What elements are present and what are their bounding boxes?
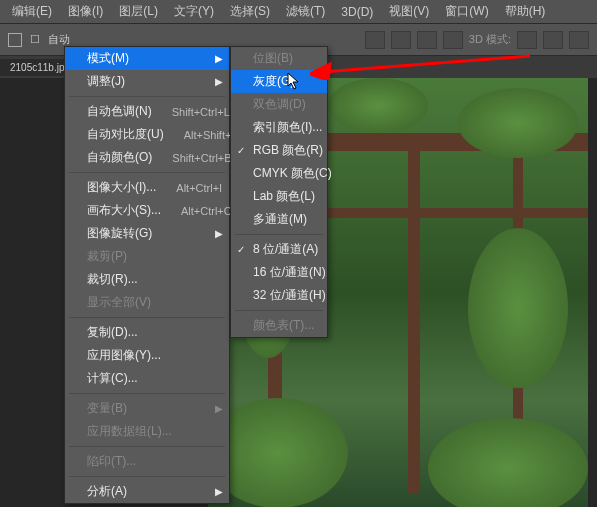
menu-auto-tone[interactable]: 自动色调(N) Shift+Ctrl+L bbox=[65, 100, 229, 123]
menu-separator bbox=[235, 310, 323, 311]
mode-duotone: 双色调(D) bbox=[231, 93, 327, 116]
submenu-arrow-icon: ▶ bbox=[215, 53, 223, 64]
menu-trap: 陷印(T)... bbox=[65, 450, 229, 473]
menu-mode[interactable]: 模式(M) ▶ bbox=[65, 47, 229, 70]
mode-cmyk[interactable]: CMYK 颜色(C) bbox=[231, 162, 327, 185]
mode-cmyk-label: CMYK 颜色(C) bbox=[253, 165, 332, 182]
mode-color-table-label: 颜色表(T)... bbox=[253, 317, 314, 334]
mode-multichannel-label: 多通道(M) bbox=[253, 211, 307, 228]
menu-analysis[interactable]: 分析(A) ▶ bbox=[65, 480, 229, 503]
menu-crop: 裁剪(P) bbox=[65, 245, 229, 268]
mode-8bit[interactable]: ✓ 8 位/通道(A) bbox=[231, 238, 327, 261]
menu-mode-label: 模式(M) bbox=[87, 50, 129, 67]
menu-separator bbox=[69, 317, 225, 318]
menu-variables-label: 变量(B) bbox=[87, 400, 127, 417]
menu-image-size-label: 图像大小(I)... bbox=[87, 179, 156, 196]
menu-auto-contrast[interactable]: 自动对比度(U) Alt+Shift+Ctrl+L bbox=[65, 123, 229, 146]
menu-view[interactable]: 视图(V) bbox=[381, 0, 437, 24]
menu-duplicate[interactable]: 复制(D)... bbox=[65, 321, 229, 344]
menu-separator bbox=[69, 96, 225, 97]
mode-indexed[interactable]: 索引颜色(I)... bbox=[231, 116, 327, 139]
shortcut-label: Shift+Ctrl+B bbox=[172, 152, 231, 164]
menu-reveal-all: 显示全部(V) bbox=[65, 291, 229, 314]
mode-grayscale[interactable]: 灰度(G) bbox=[231, 70, 327, 93]
menu-help[interactable]: 帮助(H) bbox=[497, 0, 554, 24]
submenu-arrow-icon: ▶ bbox=[215, 486, 223, 497]
menu-canvas-size-label: 画布大小(S)... bbox=[87, 202, 161, 219]
mode-16bit-label: 16 位/通道(N) bbox=[253, 264, 326, 281]
mode-multichannel[interactable]: 多通道(M) bbox=[231, 208, 327, 231]
mode-rgb[interactable]: ✓ RGB 颜色(R) bbox=[231, 139, 327, 162]
mode-bitmap: 位图(B) bbox=[231, 47, 327, 70]
menu-3d[interactable]: 3D(D) bbox=[333, 1, 381, 23]
mode-16bit[interactable]: 16 位/通道(N) bbox=[231, 261, 327, 284]
menu-adjust[interactable]: 调整(J) ▶ bbox=[65, 70, 229, 93]
menu-separator bbox=[69, 393, 225, 394]
submenu-arrow-icon: ▶ bbox=[215, 228, 223, 239]
menu-calculations-label: 计算(C)... bbox=[87, 370, 138, 387]
menu-apply-dataset-label: 应用数据组(L)... bbox=[87, 423, 172, 440]
menu-trap-label: 陷印(T)... bbox=[87, 453, 136, 470]
mode-submenu: 位图(B) 灰度(G) 双色调(D) 索引颜色(I)... ✓ RGB 颜色(R… bbox=[230, 46, 328, 338]
tb-btn-4[interactable] bbox=[443, 31, 463, 49]
checkbox-auto[interactable]: ☐ bbox=[30, 33, 40, 46]
menu-separator bbox=[69, 172, 225, 173]
menu-separator bbox=[69, 446, 225, 447]
menu-image-rotation[interactable]: 图像旋转(G) ▶ bbox=[65, 222, 229, 245]
mode-indexed-label: 索引颜色(I)... bbox=[253, 119, 322, 136]
menu-duplicate-label: 复制(D)... bbox=[87, 324, 138, 341]
menu-layer[interactable]: 图层(L) bbox=[111, 0, 166, 24]
crop-tool-icon[interactable] bbox=[8, 33, 22, 47]
mode-rgb-label: RGB 颜色(R) bbox=[253, 142, 323, 159]
mode-32bit[interactable]: 32 位/通道(H) bbox=[231, 284, 327, 307]
menu-trim-label: 裁切(R)... bbox=[87, 271, 138, 288]
image-menu-dropdown: 模式(M) ▶ 调整(J) ▶ 自动色调(N) Shift+Ctrl+L 自动对… bbox=[64, 46, 230, 504]
check-icon: ✓ bbox=[237, 244, 245, 255]
menu-apply-image-label: 应用图像(Y)... bbox=[87, 347, 161, 364]
menu-window[interactable]: 窗口(W) bbox=[437, 0, 496, 24]
mode-lab[interactable]: Lab 颜色(L) bbox=[231, 185, 327, 208]
mode-lab-label: Lab 颜色(L) bbox=[253, 188, 315, 205]
menu-variables: 变量(B) ▶ bbox=[65, 397, 229, 420]
menubar: 编辑(E) 图像(I) 图层(L) 文字(Y) 选择(S) 滤镜(T) 3D(D… bbox=[0, 0, 597, 24]
menu-canvas-size[interactable]: 画布大小(S)... Alt+Ctrl+C bbox=[65, 199, 229, 222]
menu-reveal-all-label: 显示全部(V) bbox=[87, 294, 151, 311]
menu-apply-image[interactable]: 应用图像(Y)... bbox=[65, 344, 229, 367]
tb-btn-2[interactable] bbox=[391, 31, 411, 49]
menu-crop-label: 裁剪(P) bbox=[87, 248, 127, 265]
menu-image-size[interactable]: 图像大小(I)... Alt+Ctrl+I bbox=[65, 176, 229, 199]
menu-auto-color-label: 自动颜色(O) bbox=[87, 149, 152, 166]
menu-select[interactable]: 选择(S) bbox=[222, 0, 278, 24]
shortcut-label: Alt+Ctrl+I bbox=[176, 182, 222, 194]
mode-8bit-label: 8 位/通道(A) bbox=[253, 241, 318, 258]
menu-trim[interactable]: 裁切(R)... bbox=[65, 268, 229, 291]
tb-btn-6[interactable] bbox=[543, 31, 563, 49]
menu-adjust-label: 调整(J) bbox=[87, 73, 125, 90]
mode-color-table: 颜色表(T)... bbox=[231, 314, 327, 337]
check-icon: ✓ bbox=[237, 145, 245, 156]
menu-separator bbox=[69, 476, 225, 477]
menu-auto-contrast-label: 自动对比度(U) bbox=[87, 126, 164, 143]
menu-filter[interactable]: 滤镜(T) bbox=[278, 0, 333, 24]
auto-label: 自动 bbox=[48, 32, 70, 47]
menu-auto-tone-label: 自动色调(N) bbox=[87, 103, 152, 120]
tb-btn-7[interactable] bbox=[569, 31, 589, 49]
mode-3d-label: 3D 模式: bbox=[469, 32, 511, 47]
menu-text[interactable]: 文字(Y) bbox=[166, 0, 222, 24]
mode-duotone-label: 双色调(D) bbox=[253, 96, 306, 113]
menu-auto-color[interactable]: 自动颜色(O) Shift+Ctrl+B bbox=[65, 146, 229, 169]
tb-btn-1[interactable] bbox=[365, 31, 385, 49]
tb-btn-5[interactable] bbox=[517, 31, 537, 49]
menu-image[interactable]: 图像(I) bbox=[60, 0, 111, 24]
menu-analysis-label: 分析(A) bbox=[87, 483, 127, 500]
menu-apply-dataset: 应用数据组(L)... bbox=[65, 420, 229, 443]
mode-grayscale-label: 灰度(G) bbox=[253, 73, 294, 90]
tb-btn-3[interactable] bbox=[417, 31, 437, 49]
shortcut-label: Shift+Ctrl+L bbox=[172, 106, 230, 118]
submenu-arrow-icon: ▶ bbox=[215, 403, 223, 414]
submenu-arrow-icon: ▶ bbox=[215, 76, 223, 87]
mode-bitmap-label: 位图(B) bbox=[253, 50, 293, 67]
menu-edit[interactable]: 编辑(E) bbox=[4, 0, 60, 24]
menu-calculations[interactable]: 计算(C)... bbox=[65, 367, 229, 390]
shortcut-label: Alt+Ctrl+C bbox=[181, 205, 232, 217]
